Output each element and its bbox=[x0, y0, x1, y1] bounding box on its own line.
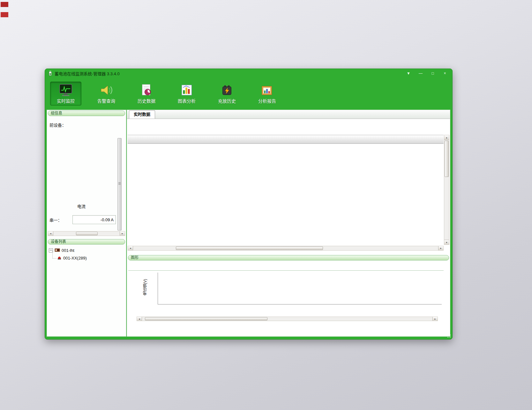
table-horizontal-scrollbar[interactable]: ◄ ► bbox=[128, 246, 444, 251]
form-splitter[interactable] bbox=[117, 138, 122, 231]
close-button[interactable]: × bbox=[441, 70, 449, 76]
screen-marker-top bbox=[1, 2, 8, 7]
chart-icon bbox=[172, 84, 201, 97]
group-info-form: 前设备： bbox=[47, 110, 126, 231]
tree-connector bbox=[52, 258, 56, 259]
app-battery-icon bbox=[48, 71, 52, 76]
table-header bbox=[128, 135, 444, 144]
toolbar-item-history-data[interactable]: 历史数据 bbox=[131, 82, 162, 105]
toolbar-item-chart-analysis[interactable]: 图表分析 bbox=[171, 82, 202, 105]
tree-connector bbox=[52, 250, 53, 258]
scrollbar-track[interactable] bbox=[53, 231, 120, 236]
device-icon bbox=[55, 248, 60, 253]
scrollbar-thumb[interactable] bbox=[176, 246, 323, 250]
field-label: 前设备： bbox=[49, 122, 72, 128]
voltage-bar-chart: 电压值(V) bbox=[128, 270, 444, 316]
field-value-box: -0.09 A bbox=[72, 215, 116, 224]
minimize-button[interactable]: — bbox=[416, 70, 425, 76]
scrollbar-thumb[interactable] bbox=[145, 317, 267, 320]
title-bar[interactable]: 蓄电池在线监测系统-管理器 3.3.4.0 ▼ — □ × bbox=[45, 69, 452, 78]
left-panel: 组信息 前设备： 电流 串一： -0.09 A ◄ ► 设备列表 001-lht bbox=[47, 110, 126, 337]
scroll-up-icon[interactable]: ▲ bbox=[444, 135, 449, 140]
tree-node-label: 001-XX(289) bbox=[63, 256, 87, 260]
scrollbar-track[interactable] bbox=[444, 140, 449, 240]
form-row: 前设备： bbox=[49, 120, 116, 129]
scroll-left-icon[interactable]: ◄ bbox=[137, 317, 142, 321]
scroll-right-icon[interactable]: ► bbox=[432, 317, 438, 321]
toolbar-item-label: 告警查询 bbox=[92, 98, 121, 104]
scrollbar-thumb[interactable] bbox=[445, 141, 449, 177]
tree-node-child[interactable]: 001-XX(289) bbox=[57, 254, 124, 262]
menu-button[interactable]: ▼ bbox=[404, 70, 413, 76]
toolbar-item-label: 充放历史 bbox=[212, 98, 242, 104]
history-icon bbox=[132, 84, 161, 97]
scroll-left-icon[interactable]: ◄ bbox=[128, 246, 133, 250]
chart-plot bbox=[158, 273, 442, 304]
maximize-button[interactable]: □ bbox=[429, 70, 437, 76]
scrollbar-track[interactable] bbox=[133, 246, 438, 250]
main-panel: 实时数据 ▲ ▼ ◄ ► 图形 电压值(V) ◄ ► bbox=[127, 110, 450, 337]
alarm-lamp-icon bbox=[57, 255, 62, 261]
stats-bar bbox=[130, 120, 442, 132]
scroll-right-icon[interactable]: ► bbox=[120, 231, 125, 236]
field-value: -0.09 A bbox=[101, 217, 114, 222]
tree-node-root[interactable]: 001-lht bbox=[49, 246, 124, 254]
device-list-header: 设备列表 bbox=[48, 239, 125, 245]
device-tree: 001-lht 001-XX(289) bbox=[49, 246, 124, 262]
form-horizontal-scrollbar[interactable]: ◄ ► bbox=[48, 231, 125, 236]
graph-section-header: 图形 bbox=[128, 255, 449, 260]
speaker-icon bbox=[92, 84, 121, 97]
scrollbar-thumb[interactable] bbox=[76, 232, 98, 235]
scrollbar-track[interactable] bbox=[142, 317, 432, 321]
field-label: 串一： bbox=[49, 217, 72, 223]
window-title: 蓄电池在线监测系统-管理器 3.3.4.0 bbox=[55, 70, 120, 77]
monitor-icon bbox=[51, 84, 80, 97]
table-vertical-scrollbar[interactable]: ▲ ▼ bbox=[444, 135, 449, 245]
toolbar-item-analysis-report[interactable]: 分析报告 bbox=[252, 82, 282, 105]
toolbar-item-label: 实时监控 bbox=[51, 98, 80, 104]
toolbar-item-label: 图表分析 bbox=[172, 98, 201, 104]
chart-horizontal-scrollbar[interactable]: ◄ ► bbox=[137, 317, 438, 321]
main-tabstrip: 实时数据 bbox=[127, 110, 450, 119]
tree-node-label: 001-lht bbox=[62, 248, 74, 253]
toolbar-item-charge-history[interactable]: 充放历史 bbox=[212, 82, 242, 105]
realtime-table bbox=[128, 135, 444, 245]
scroll-down-icon[interactable]: ▼ bbox=[444, 240, 449, 245]
y-ticks bbox=[149, 273, 156, 304]
scroll-left-icon[interactable]: ◄ bbox=[48, 231, 53, 236]
toolbar-item-label: 历史数据 bbox=[132, 98, 161, 104]
report-icon bbox=[252, 84, 282, 97]
battery-icon bbox=[212, 84, 242, 97]
scroll-right-icon[interactable]: ► bbox=[438, 246, 443, 250]
screen-marker-bottom bbox=[1, 12, 8, 17]
toolbar-item-label: 分析报告 bbox=[252, 98, 282, 104]
toolbar: 实时监控告警查询历史数据图表分析充放历史分析报告 bbox=[50, 78, 448, 108]
x-ticks bbox=[158, 309, 442, 314]
chart-y-axis-label: 电压值(V) bbox=[142, 279, 148, 296]
toolbar-item-alarm-query[interactable]: 告警查询 bbox=[91, 82, 122, 105]
toolbar-item-realtime-monitor[interactable]: 实时监控 bbox=[50, 82, 81, 106]
resize-grip[interactable] bbox=[447, 334, 451, 338]
current-section-label: 电流 bbox=[47, 203, 116, 209]
string-current-row: 串一： -0.09 A bbox=[49, 215, 116, 224]
tab-realtime-data[interactable]: 实时数据 bbox=[129, 110, 155, 119]
app-window: 蓄电池在线监测系统-管理器 3.3.4.0 ▼ — □ × 实时监控告警查询历史… bbox=[45, 69, 453, 340]
